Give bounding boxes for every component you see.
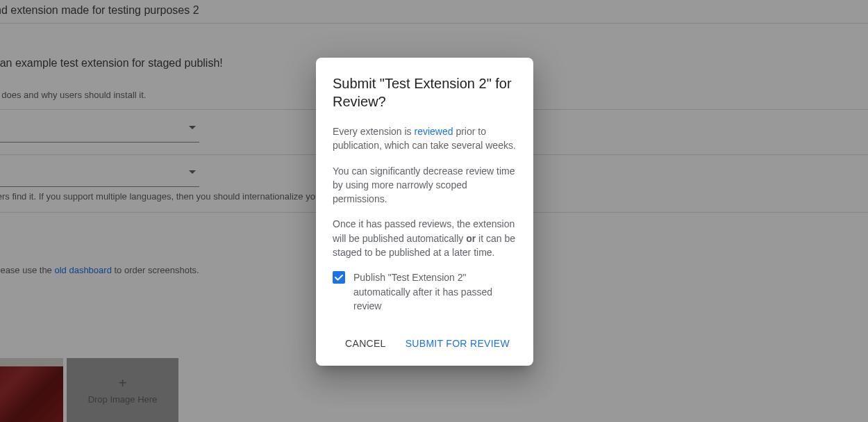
submit-for-review-button[interactable]: SUBMIT FOR REVIEW	[399, 332, 517, 355]
auto-publish-option: Publish "Test Extension 2" automatically…	[333, 270, 517, 313]
submit-review-dialog: Submit "Test Extension 2" for Review? Ev…	[316, 58, 533, 366]
dialog-actions: CANCEL SUBMIT FOR REVIEW	[333, 332, 517, 355]
auto-publish-checkbox[interactable]	[333, 271, 345, 284]
check-icon	[334, 273, 344, 282]
reviewed-link[interactable]: reviewed	[415, 126, 453, 137]
dialog-title: Submit "Test Extension 2" for Review?	[333, 74, 517, 111]
cancel-button[interactable]: CANCEL	[338, 332, 393, 355]
auto-publish-label: Publish "Test Extension 2" automatically…	[353, 270, 517, 313]
dialog-paragraph-2: You can significantly decrease review ti…	[333, 164, 517, 206]
dialog-body: Every extension is reviewed prior to pub…	[333, 124, 517, 259]
dialog-paragraph-1: Every extension is reviewed prior to pub…	[333, 124, 517, 153]
dialog-paragraph-3: Once it has passed reviews, the extensio…	[333, 217, 517, 259]
